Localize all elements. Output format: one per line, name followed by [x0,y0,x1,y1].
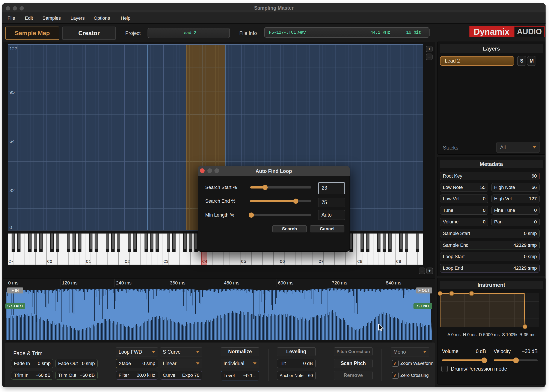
svg-text:C-: C- [8,259,14,264]
svg-text:95: 95 [9,90,14,95]
svg-text:C9: C9 [396,259,401,264]
svg-text:C7: C7 [318,259,324,264]
svg-text:C4: C4 [202,259,207,264]
svg-text:C1: C1 [86,259,91,264]
svg-text:C3: C3 [163,259,169,264]
svg-text:0: 0 [9,225,12,230]
svg-text:C5: C5 [241,259,246,264]
svg-text:127: 127 [9,46,17,51]
svg-text:C8: C8 [357,259,362,264]
svg-text:C6: C6 [280,259,285,264]
svg-text:64: 64 [9,139,14,144]
svg-text:C2: C2 [125,259,130,264]
svg-text:C0: C0 [47,259,52,264]
svg-text:32: 32 [9,188,14,193]
